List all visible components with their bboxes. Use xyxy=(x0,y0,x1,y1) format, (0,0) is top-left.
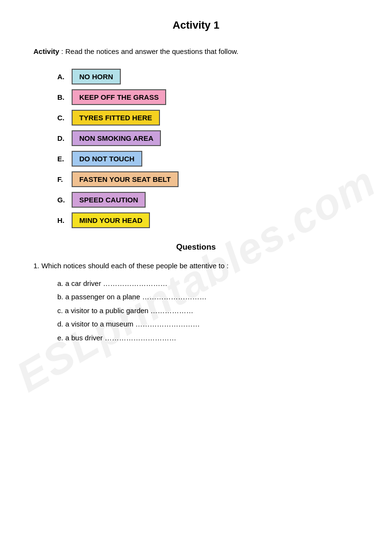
sub-label-d: d. xyxy=(57,320,64,328)
sub-text-a: a car driver ……………………… xyxy=(64,279,168,287)
notice-item-b: B. KEEP OFF THE GRASS xyxy=(57,89,363,105)
sub-text-e: a bus driver ………………………… xyxy=(64,334,177,342)
sub-question-a: a. a car driver ……………………… xyxy=(57,277,363,291)
questions-section: Questions 1. Which notices should each o… xyxy=(29,242,363,345)
sub-label-c: c. xyxy=(57,306,63,315)
activity-instruction: Activity : Read the notices and answer t… xyxy=(33,46,363,57)
notice-badge-f: FASTEN YOUR SEAT BELT xyxy=(72,171,179,187)
notice-item-g: G. SPEED CAUTION xyxy=(57,192,363,208)
instruction-colon: : xyxy=(59,47,65,55)
instruction-label: Activity xyxy=(33,47,59,55)
sub-question-d: d. a visitor to a museum ……………………… xyxy=(57,317,363,331)
sub-text-d: a visitor to a museum ……………………… xyxy=(64,320,200,328)
notices-list: A. NO HORN B. KEEP OFF THE GRASS C. TYRE… xyxy=(57,69,363,228)
notice-badge-c: TYRES FITTED HERE xyxy=(72,110,160,126)
notice-badge-a: NO HORN xyxy=(72,69,121,84)
notice-item-e: E. DO NOT TOUCH xyxy=(57,151,363,167)
notice-letter-c: C. xyxy=(57,114,72,122)
sub-label-b: b. xyxy=(57,293,64,301)
question-1-text: 1. Which notices should each of these pe… xyxy=(33,260,363,272)
notice-item-d: D. NON SMOKING AREA xyxy=(57,130,363,146)
notice-badge-h: MIND YOUR HEAD xyxy=(72,212,150,228)
notice-badge-e: DO NOT TOUCH xyxy=(72,151,142,167)
questions-title: Questions xyxy=(29,242,363,252)
sub-questions: a. a car driver ……………………… b. a passenger… xyxy=(57,277,363,345)
sub-question-b: b. a passenger on a plane ……………………… xyxy=(57,290,363,304)
notice-badge-g: SPEED CAUTION xyxy=(72,192,146,208)
sub-label-a: a. xyxy=(57,279,64,287)
notice-badge-d: NON SMOKING AREA xyxy=(72,130,161,146)
notice-item-c: C. TYRES FITTED HERE xyxy=(57,110,363,126)
notice-item-a: A. NO HORN xyxy=(57,69,363,84)
notice-letter-e: E. xyxy=(57,155,72,163)
notice-letter-g: G. xyxy=(57,196,72,204)
notice-letter-a: A. xyxy=(57,73,72,81)
sub-label-e: e. xyxy=(57,334,64,342)
notice-letter-b: B. xyxy=(57,93,72,101)
notice-badge-b: KEEP OFF THE GRASS xyxy=(72,89,166,105)
page-title: Activity 1 xyxy=(29,19,363,32)
sub-question-e: e. a bus driver ………………………… xyxy=(57,331,363,345)
notice-item-f: F. FASTEN YOUR SEAT BELT xyxy=(57,171,363,187)
sub-text-b: a passenger on a plane ……………………… xyxy=(64,293,207,301)
notice-item-h: H. MIND YOUR HEAD xyxy=(57,212,363,228)
notice-letter-d: D. xyxy=(57,134,72,142)
sub-text-c: a visitor to a public garden ……………… xyxy=(63,306,193,315)
instruction-text: Read the notices and answer the question… xyxy=(65,47,239,55)
notice-letter-f: F. xyxy=(57,175,72,183)
sub-question-c: c. a visitor to a public garden ……………… xyxy=(57,304,363,318)
notice-letter-h: H. xyxy=(57,216,72,224)
